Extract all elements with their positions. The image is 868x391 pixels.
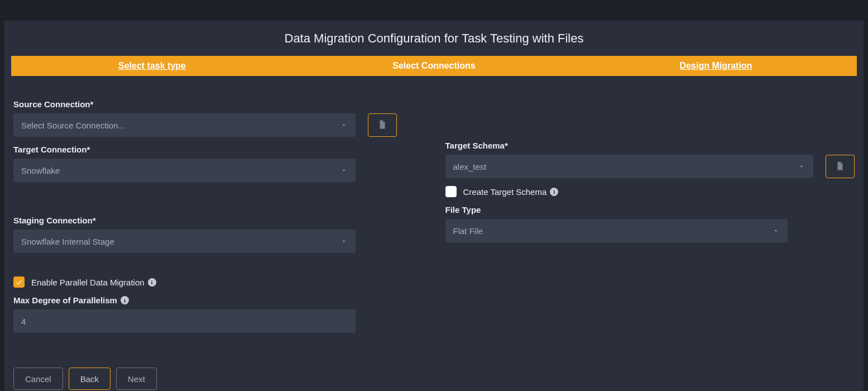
chevron-down-icon: [798, 163, 805, 170]
step-design-migration[interactable]: Design Migration: [575, 61, 857, 71]
create-target-schema-row: Create Target Schema i: [445, 186, 855, 197]
back-button[interactable]: Back: [69, 368, 111, 390]
file-icon: [377, 118, 387, 132]
source-connection-select[interactable]: Select Source Connection...: [13, 113, 356, 137]
chevron-down-icon: [340, 237, 348, 245]
create-target-schema-label: Create Target Schema i: [463, 187, 559, 197]
enable-parallel-label-text: Enable Parallel Data Migration: [31, 278, 145, 287]
target-connection-select[interactable]: Snowflake: [13, 159, 356, 182]
max-parallelism-field: Max Degree of Parallelism i: [13, 295, 423, 333]
file-type-value: Flat File: [453, 226, 772, 236]
enable-parallel-label: Enable Parallel Data Migration i: [31, 278, 156, 287]
page-title: Data Migration Configuration for Task Te…: [11, 31, 857, 46]
main-content: Data Migration Configuration for Task Te…: [4, 20, 864, 391]
enable-parallel-checkbox[interactable]: [13, 276, 25, 288]
max-parallelism-input[interactable]: [13, 309, 356, 333]
next-button[interactable]: Next: [116, 368, 157, 390]
wizard-stepper: Select task type Select Connections Desi…: [11, 56, 857, 76]
footer-buttons: Cancel Back Next: [11, 368, 857, 390]
target-schema-label: Target Schema*: [445, 141, 855, 150]
target-connection-value: Snowflake: [21, 166, 340, 175]
max-parallelism-label: Max Degree of Parallelism i: [13, 295, 129, 305]
staging-connection-value: Snowflake Internal Stage: [21, 237, 340, 246]
create-target-schema-label-text: Create Target Schema: [463, 187, 547, 197]
staging-connection-field: Staging Connection* Snowflake Internal S…: [13, 216, 423, 253]
source-connection-label: Source Connection*: [13, 99, 423, 109]
target-schema-field: Target Schema* alex_test: [445, 141, 855, 178]
enable-parallel-row: Enable Parallel Data Migration i: [13, 276, 423, 288]
source-connection-field: Source Connection* Select Source Connect…: [13, 99, 423, 137]
form-left-column: Source Connection* Select Source Connect…: [13, 99, 423, 341]
staging-connection-select[interactable]: Snowflake Internal Stage: [13, 230, 356, 253]
top-bar: [0, 0, 868, 20]
target-schema-select[interactable]: alex_test: [445, 155, 814, 178]
staging-connection-label: Staging Connection*: [13, 216, 423, 225]
file-icon: [835, 160, 845, 174]
file-type-field: File Type Flat File: [445, 205, 855, 242]
target-schema-file-button[interactable]: [826, 155, 855, 178]
target-schema-value: alex_test: [453, 162, 798, 171]
chevron-down-icon: [340, 166, 348, 174]
create-target-schema-checkbox[interactable]: [445, 186, 457, 197]
step-select-connections[interactable]: Select Connections: [293, 61, 575, 71]
file-type-select[interactable]: Flat File: [445, 219, 788, 242]
chevron-down-icon: [772, 227, 780, 235]
cancel-button[interactable]: Cancel: [13, 368, 63, 390]
form-right-column: Target Schema* alex_test: [445, 99, 855, 341]
target-connection-label: Target Connection*: [13, 145, 423, 154]
info-icon[interactable]: i: [148, 278, 156, 287]
info-icon[interactable]: i: [121, 296, 129, 304]
max-parallelism-label-text: Max Degree of Parallelism: [13, 295, 117, 305]
file-type-label: File Type: [445, 205, 855, 214]
target-connection-field: Target Connection* Snowflake: [13, 145, 423, 182]
source-connection-file-button[interactable]: [368, 113, 397, 137]
info-icon[interactable]: i: [550, 188, 558, 196]
step-select-task-type[interactable]: Select task type: [11, 61, 293, 71]
source-connection-placeholder: Select Source Connection...: [21, 121, 340, 130]
chevron-down-icon: [340, 121, 348, 129]
form-area: Source Connection* Select Source Connect…: [11, 99, 857, 341]
